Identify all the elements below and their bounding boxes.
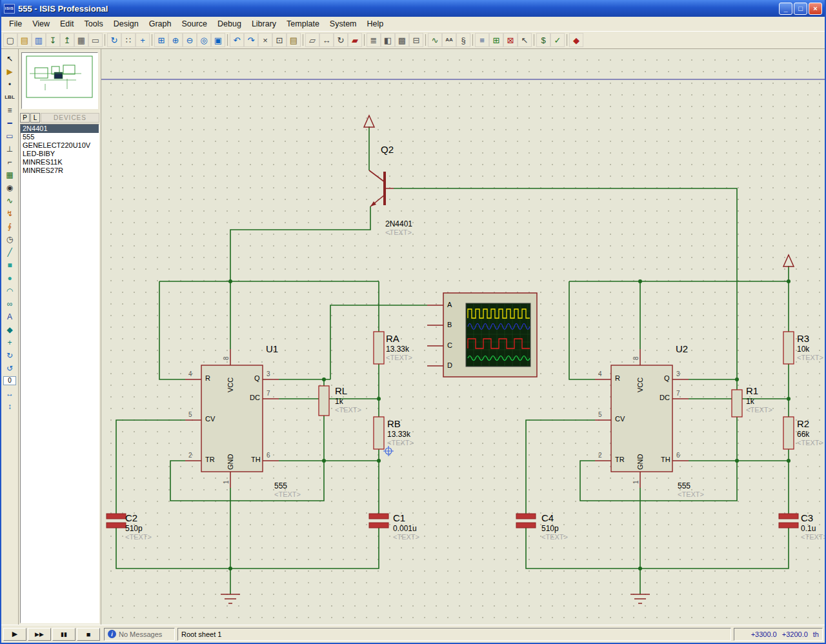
refresh-display-button[interactable]: ↻ [107, 33, 121, 47]
library-manager-button[interactable]: L [30, 113, 40, 123]
wire-net-left[interactable] [116, 126, 737, 594]
text-script-mode-button[interactable]: ≡ [3, 104, 17, 116]
u1-value-label[interactable]: 555<TEXT> [274, 481, 301, 499]
import-section-button[interactable]: ↧ [46, 33, 60, 47]
print-design-button[interactable]: ▦ [74, 33, 88, 47]
zoom-all-button[interactable]: ◎ [197, 33, 211, 47]
capacitor-c3[interactable] [779, 514, 798, 528]
menu-tools[interactable]: Tools [79, 17, 108, 30]
device-list-item[interactable]: 2N4401 [21, 125, 99, 133]
toggle-origin-button[interactable]: + [136, 33, 150, 47]
power-terminal-icon[interactable] [364, 116, 374, 127]
c3-label[interactable]: C30.1u<TEXT> [801, 512, 825, 542]
wire-autorouter-button[interactable]: ∿ [428, 33, 442, 47]
ground-terminal-icon[interactable] [630, 594, 650, 603]
packaging-tool-button[interactable]: ▩ [395, 33, 409, 47]
resistor-rb[interactable] [374, 417, 384, 449]
stop-button[interactable]: ■ [77, 628, 100, 641]
buses-mode-button[interactable]: ━ [3, 117, 17, 129]
device-list-item[interactable]: GENELECT220U10V [21, 141, 99, 150]
text-graphics-button[interactable]: A [3, 310, 17, 323]
box-graphics-button[interactable]: ■ [3, 259, 17, 271]
u1-ref-label[interactable]: U1 [266, 343, 278, 355]
device-list-item[interactable]: 555 [21, 133, 99, 141]
resistor-r2[interactable] [783, 417, 794, 449]
block-rotate-button[interactable]: ↻ [334, 33, 348, 47]
rl-label[interactable]: RL1k<TEXT> [335, 385, 361, 415]
transistor-q2[interactable] [369, 170, 394, 206]
pick-parts-button[interactable]: ≣ [367, 33, 381, 47]
path-graphics-button[interactable]: ∞ [3, 297, 17, 310]
device-list-item[interactable]: MINRES11K [21, 158, 99, 166]
junction-dot-mode-button[interactable]: • [3, 78, 17, 90]
menu-system[interactable]: System [325, 17, 362, 30]
symbol-graphics-button[interactable]: ◆ [3, 323, 17, 336]
schematic-overview[interactable] [21, 52, 98, 109]
rb-label[interactable]: RB13.33k<TEXT> [387, 418, 414, 448]
selection-mode-button[interactable]: ↖ [3, 52, 17, 65]
q2-ref-label[interactable]: Q2 [381, 143, 394, 156]
block-delete-button[interactable]: ▰ [348, 33, 362, 47]
capacitor-c4[interactable] [516, 514, 536, 528]
toggle-grid-button[interactable]: ∷ [121, 33, 136, 47]
save-design-button[interactable]: ▥ [32, 33, 46, 47]
design-explorer-button[interactable]: ≡ [475, 33, 489, 47]
block-move-button[interactable]: ↔ [319, 33, 334, 47]
paste-button[interactable]: ▤ [287, 33, 301, 47]
search-tag-button[interactable]: AA [442, 33, 456, 47]
device-list-item[interactable]: LED-BIBY [21, 150, 99, 158]
maximize-button[interactable]: □ [794, 3, 807, 15]
pause-button[interactable]: ▮▮ [52, 628, 76, 641]
copy-button[interactable]: ⊡ [272, 33, 287, 47]
netlist-to-ares-button[interactable]: ◆ [569, 33, 583, 47]
capacitor-c2[interactable] [106, 514, 126, 528]
c1-label[interactable]: C10.001u<TEXT> [393, 512, 419, 542]
generator-mode-button[interactable]: ∿ [3, 194, 17, 206]
pick-devices-button[interactable]: P [20, 113, 30, 123]
zoom-out-button[interactable]: ⊖ [183, 33, 197, 47]
oscilloscope[interactable] [427, 293, 537, 377]
circle-graphics-button[interactable]: ● [3, 272, 17, 284]
r2-label[interactable]: R266k<TEXT> [797, 418, 823, 448]
marker-graphics-button[interactable]: + [3, 336, 17, 348]
zoom-in-button[interactable]: ⊕ [168, 33, 183, 47]
export-section-button[interactable]: ↥ [60, 33, 74, 47]
r3-label[interactable]: R310k<TEXT> [797, 333, 823, 363]
menu-graph[interactable]: Graph [144, 17, 177, 30]
subcircuit-mode-button[interactable]: ▭ [3, 130, 17, 142]
u2-ref-label[interactable]: U2 [676, 343, 688, 355]
resistor-r3[interactable] [783, 332, 794, 364]
rotate-clockwise-button[interactable]: ↻ [3, 349, 17, 361]
current-probe-mode-button[interactable]: ∮ [3, 220, 17, 232]
redo-button[interactable]: ↷ [244, 33, 258, 47]
u2-value-label[interactable]: 555<TEXT> [678, 481, 704, 499]
resistor-rl[interactable] [319, 386, 329, 416]
x-mirror-button[interactable]: ↔ [3, 387, 17, 399]
device-list-item[interactable]: MINRES27R [21, 166, 99, 175]
menu-source[interactable]: Source [176, 17, 212, 30]
menu-debug[interactable]: Debug [212, 17, 247, 30]
q2-value-label[interactable]: 2N4401<TEXT> [385, 219, 412, 237]
resistor-ra[interactable] [374, 332, 384, 364]
new-design-button[interactable]: ▢ [3, 33, 17, 47]
property-assignment-button[interactable]: § [456, 33, 470, 47]
undo-button[interactable]: ↶ [230, 33, 244, 47]
virtual-instruments-mode-button[interactable]: ◷ [3, 233, 17, 245]
menu-edit[interactable]: Edit [55, 17, 79, 30]
terminals-mode-button[interactable]: ⊥ [3, 143, 17, 155]
title-bar[interactable]: ISIS 555 - ISIS Professional _ □ × [1, 0, 825, 17]
new-sheet-button[interactable]: ⊞ [489, 33, 503, 47]
menu-help[interactable]: Help [362, 17, 389, 30]
step-button[interactable]: ▶▶ [28, 628, 51, 641]
close-button[interactable]: × [809, 3, 822, 15]
tape-recorder-mode-button[interactable]: ◉ [3, 181, 17, 194]
rotate-anticlockwise-button[interactable]: ↺ [3, 362, 17, 374]
make-device-button[interactable]: ◧ [381, 33, 395, 47]
voltage-probe-mode-button[interactable]: ↯ [3, 207, 17, 219]
menu-library[interactable]: Library [247, 17, 281, 30]
r1-label[interactable]: R11k<TEXT> [746, 385, 772, 415]
menu-design[interactable]: Design [108, 17, 144, 30]
cut-button[interactable]: × [258, 33, 272, 47]
bill-of-materials-button[interactable]: $ [536, 33, 550, 47]
play-button[interactable]: ▶ [3, 628, 26, 641]
